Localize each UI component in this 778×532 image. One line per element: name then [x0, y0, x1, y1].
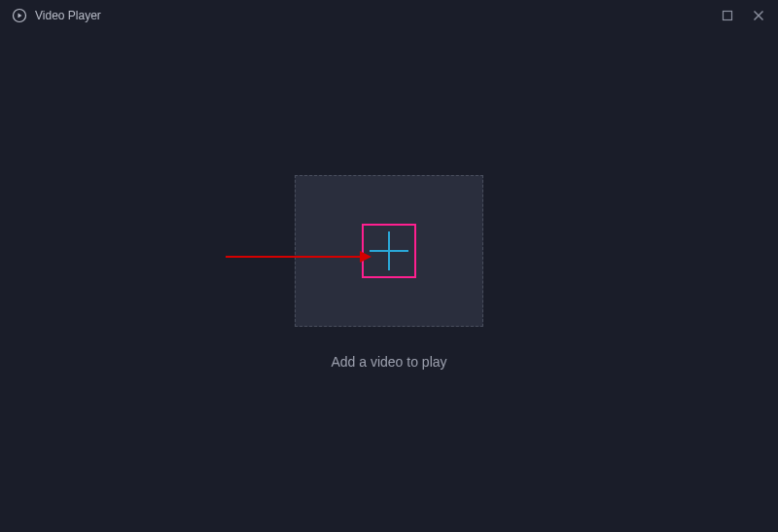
video-dropzone[interactable]	[295, 175, 483, 327]
titlebar: Video Player	[0, 0, 778, 31]
maximize-button[interactable]	[720, 8, 735, 23]
titlebar-left: Video Player	[12, 8, 101, 23]
svg-rect-1	[724, 12, 732, 20]
add-video-label: Add a video to play	[331, 354, 446, 370]
plus-icon	[370, 231, 408, 270]
annotation-highlight-box	[362, 224, 416, 278]
app-title: Video Player	[35, 9, 101, 22]
close-button[interactable]	[751, 8, 766, 23]
window-controls	[720, 8, 766, 23]
main-area: Add a video to play	[0, 31, 778, 532]
play-circle-icon	[12, 8, 27, 23]
